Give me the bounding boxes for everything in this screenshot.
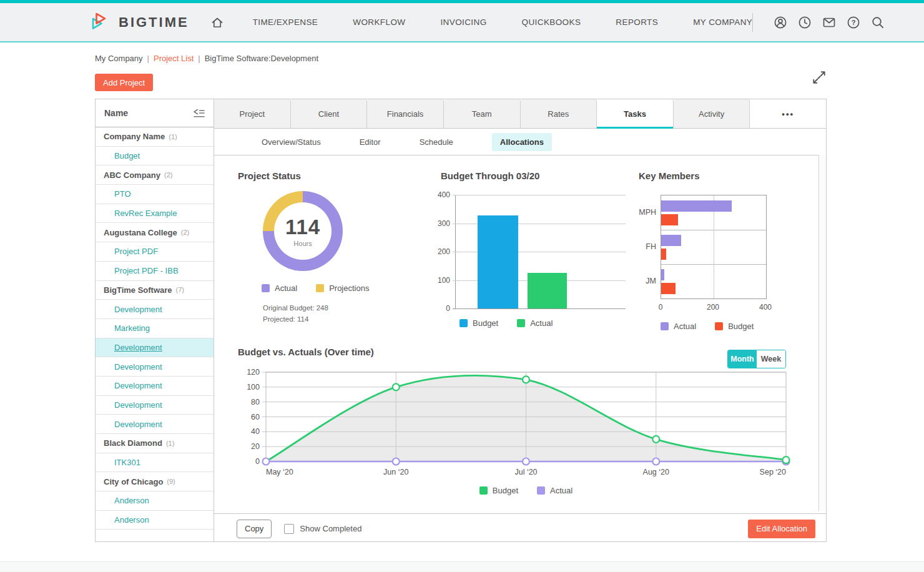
hbar-budget-fh: [661, 249, 666, 260]
summary-charts-row: Project Status 114 Hours ActualProjectio…: [214, 155, 826, 342]
sidebar-item-development[interactable]: Development: [96, 300, 214, 319]
add-project-button[interactable]: Add Project: [95, 74, 153, 91]
toggle-week[interactable]: Week: [757, 350, 785, 368]
help-icon[interactable]: ?: [847, 16, 860, 29]
legend-label: Actual: [674, 322, 696, 331]
breadcrumb-my-company[interactable]: My Company: [95, 54, 143, 63]
sidebar-group-company-name[interactable]: Company Name(1): [96, 127, 214, 147]
subtab-editor[interactable]: Editor: [360, 137, 381, 147]
subtab-allocations[interactable]: Allocations: [492, 133, 552, 151]
x-axis-label: May ‘20: [266, 468, 293, 476]
show-completed-checkbox[interactable]: [284, 524, 294, 534]
nav-item-invoicing[interactable]: INVOICING: [440, 17, 486, 27]
x-axis-label: Sep ‘20: [760, 468, 786, 476]
sidebar-item-development[interactable]: Development: [96, 396, 214, 415]
chart-title: Budget Through 03/20: [441, 170, 639, 181]
tab-financials[interactable]: Financials: [367, 99, 444, 128]
sidebar-header: Name: [96, 99, 214, 127]
category-label: JM: [646, 277, 656, 285]
page-bottom-strip: [0, 561, 924, 572]
sidebar-item-anderson[interactable]: Anderson: [96, 511, 214, 530]
collapse-list-icon[interactable]: [192, 108, 206, 119]
nav-item-my-company[interactable]: MY COMPANY: [693, 17, 752, 27]
legend-item: Actual: [262, 284, 297, 293]
legend-label: Budget: [728, 322, 754, 331]
y-axis-label: 40: [251, 427, 260, 436]
nav-item-workflow[interactable]: WORKFLOW: [353, 17, 405, 27]
legend-item: Actual: [517, 318, 553, 328]
legend-item: Budget: [479, 486, 518, 495]
breadcrumb-bigtime-software-development: BigTime Software:Development: [205, 54, 318, 63]
sidebar-rows: Company Name(1)BudgetABC Company(2)PTORe…: [96, 127, 214, 530]
chart-title: Project Status: [238, 170, 441, 181]
search-icon[interactable]: [871, 16, 885, 29]
bar-budget: [478, 215, 518, 308]
sidebar-item-anderson[interactable]: Anderson: [96, 491, 214, 511]
gridline: [453, 195, 626, 195]
sidebar-item-development[interactable]: Development: [96, 415, 214, 434]
y-axis-label: 60: [251, 413, 260, 422]
sidebar-group-abc-company[interactable]: ABC Company(2): [96, 165, 214, 185]
sidebar-item-development[interactable]: Development: [96, 338, 214, 358]
scrollbar-track[interactable]: [818, 155, 826, 511]
tab-more[interactable]: •••: [750, 99, 826, 128]
tab-activity[interactable]: Activity: [674, 99, 750, 128]
home-icon[interactable]: [210, 16, 224, 29]
budget-vs-actuals-chart: Budget vs. Actuals (Over time) MonthWeek…: [214, 342, 826, 513]
tab-client[interactable]: Client: [291, 99, 368, 128]
mail-icon[interactable]: [822, 16, 836, 29]
sidebar-item-project-pdf-ibb[interactable]: Project PDF - IBB: [96, 262, 214, 281]
hbar-actual-fh: [661, 235, 681, 246]
subtab-schedule[interactable]: Schedule: [420, 137, 453, 147]
sidebar-group-label: Company Name: [104, 132, 165, 141]
content-area: ProjectClientFinancialsTeamRatesTasksAct…: [214, 99, 826, 541]
copy-button[interactable]: Copy: [237, 520, 272, 538]
sidebar-item-pto[interactable]: PTO: [96, 185, 214, 204]
sidebar-item-marketing[interactable]: Marketing: [96, 319, 214, 338]
legend-item: Projections: [316, 284, 369, 293]
hbar-x-axis: 0200400: [661, 303, 765, 313]
category-label: FH: [646, 242, 656, 251]
sidebar-item-development[interactable]: Development: [96, 377, 214, 396]
sidebar-item-budget[interactable]: Budget: [96, 147, 214, 166]
allocation-footer: Copy Show Completed Edit Allocation: [214, 513, 826, 543]
nav-icon-group: ?: [752, 13, 885, 32]
sidebar-item-development[interactable]: Development: [96, 357, 214, 377]
tab-rates[interactable]: Rates: [521, 99, 597, 128]
tab-team[interactable]: Team: [444, 99, 521, 128]
nav-divider: [752, 13, 753, 32]
tab-project[interactable]: Project: [214, 99, 291, 128]
sidebar-group-black-diamond[interactable]: Black Diamond(1): [96, 434, 214, 453]
sidebar-item-revrec-example[interactable]: RevRec Example: [96, 204, 214, 224]
nav-item-quickbooks[interactable]: QUICKBOOKS: [522, 17, 581, 27]
tab-tasks[interactable]: Tasks: [597, 99, 674, 128]
breadcrumb-separator: |: [147, 54, 149, 63]
nav-item-time-expense[interactable]: TIME/EXPENSE: [253, 17, 318, 27]
x-axis-label: Jul ‘20: [514, 468, 537, 476]
hbar-actual-jm: [661, 269, 664, 280]
sidebar-group-bigtime-software[interactable]: BigTime Software(7): [96, 281, 214, 300]
y-axis-label: 400: [438, 190, 450, 199]
nav-item-reports[interactable]: REPORTS: [616, 17, 658, 27]
x-axis-label: Jun ‘20: [383, 468, 408, 476]
hbar-budget-jm: [661, 283, 676, 294]
user-icon[interactable]: [774, 16, 787, 29]
show-completed-label: Show Completed: [300, 524, 361, 533]
y-axis-label: 200: [438, 247, 450, 256]
expand-icon[interactable]: [812, 70, 827, 85]
legend-label: Projections: [329, 284, 369, 293]
sidebar-item-itk301[interactable]: ITK301: [96, 453, 214, 473]
sidebar-group-city-of-chicago[interactable]: City of Chicago(9): [96, 472, 214, 491]
breadcrumb-project-list[interactable]: Project List: [154, 54, 194, 63]
y-axis-label: 100: [247, 383, 260, 392]
legend-label: Actual: [275, 284, 297, 293]
note-original-budget: Original Budget: 248: [263, 302, 441, 313]
edit-allocation-button[interactable]: Edit Allocation: [748, 520, 815, 538]
clock-icon[interactable]: [798, 16, 812, 29]
toggle-month[interactable]: Month: [728, 350, 757, 368]
subtab-overview-status[interactable]: Overview/Status: [262, 137, 321, 147]
sidebar-group-augustana-college[interactable]: Augustana College(2): [96, 223, 214, 242]
bar-actual: [528, 273, 567, 308]
sidebar-item-project-pdf[interactable]: Project PDF: [96, 242, 214, 262]
bigtime-logo[interactable]: BIGTIME: [91, 12, 189, 32]
